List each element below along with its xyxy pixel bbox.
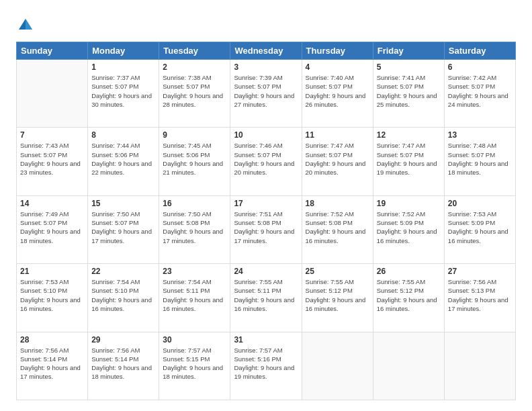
calendar-cell: 3Sunrise: 7:39 AM Sunset: 5:07 PM Daylig… — [230, 60, 302, 128]
weekday-header-thursday: Thursday — [302, 42, 373, 60]
day-number: 23 — [163, 267, 226, 276]
day-info: Sunrise: 7:40 AM Sunset: 5:07 PM Dayligh… — [306, 73, 369, 109]
weekday-header-saturday: Saturday — [444, 42, 515, 60]
day-info: Sunrise: 7:55 AM Sunset: 5:12 PM Dayligh… — [306, 277, 369, 313]
day-info: Sunrise: 7:53 AM Sunset: 5:10 PM Dayligh… — [20, 277, 84, 313]
day-number: 28 — [20, 335, 84, 345]
calendar-week-row: 28Sunrise: 7:56 AM Sunset: 5:14 PM Dayli… — [17, 332, 516, 400]
day-number: 20 — [448, 199, 512, 208]
calendar-cell: 8Sunrise: 7:44 AM Sunset: 5:06 PM Daylig… — [88, 128, 159, 195]
calendar-cell: 18Sunrise: 7:52 AM Sunset: 5:08 PM Dayli… — [302, 195, 373, 263]
day-info: Sunrise: 7:56 AM Sunset: 5:13 PM Dayligh… — [448, 277, 512, 313]
calendar-cell: 20Sunrise: 7:53 AM Sunset: 5:09 PM Dayli… — [444, 195, 515, 263]
calendar-cell: 11Sunrise: 7:47 AM Sunset: 5:07 PM Dayli… — [302, 128, 373, 195]
calendar-cell: 9Sunrise: 7:45 AM Sunset: 5:06 PM Daylig… — [159, 128, 230, 195]
calendar-cell: 13Sunrise: 7:48 AM Sunset: 5:07 PM Dayli… — [444, 128, 515, 195]
day-number: 1 — [91, 62, 155, 72]
calendar-cell: 5Sunrise: 7:41 AM Sunset: 5:07 PM Daylig… — [373, 60, 444, 128]
day-info: Sunrise: 7:49 AM Sunset: 5:07 PM Dayligh… — [20, 210, 84, 245]
day-number: 18 — [306, 199, 369, 208]
day-number: 30 — [163, 335, 226, 345]
calendar-page: SundayMondayTuesdayWednesdayThursdayFrid… — [0, 0, 532, 411]
day-info: Sunrise: 7:51 AM Sunset: 5:08 PM Dayligh… — [234, 210, 298, 245]
calendar-cell: 30Sunrise: 7:57 AM Sunset: 5:15 PM Dayli… — [159, 332, 230, 400]
day-info: Sunrise: 7:57 AM Sunset: 5:15 PM Dayligh… — [163, 346, 226, 381]
day-number: 12 — [377, 130, 441, 140]
weekday-header-wednesday: Wednesday — [230, 42, 302, 60]
calendar-cell — [302, 332, 373, 400]
day-number: 22 — [91, 267, 155, 276]
day-info: Sunrise: 7:50 AM Sunset: 5:07 PM Dayligh… — [91, 210, 155, 245]
day-number: 14 — [20, 199, 84, 208]
svg-marker-1 — [26, 19, 32, 30]
calendar-table: SundayMondayTuesdayWednesdayThursdayFrid… — [16, 42, 516, 400]
weekday-header-tuesday: Tuesday — [159, 42, 230, 60]
day-number: 9 — [163, 130, 226, 140]
calendar-cell: 19Sunrise: 7:52 AM Sunset: 5:09 PM Dayli… — [373, 195, 444, 263]
day-number: 31 — [234, 335, 298, 345]
calendar-cell: 26Sunrise: 7:55 AM Sunset: 5:12 PM Dayli… — [373, 264, 444, 332]
day-info: Sunrise: 7:56 AM Sunset: 5:14 PM Dayligh… — [91, 346, 155, 381]
calendar-cell: 23Sunrise: 7:54 AM Sunset: 5:11 PM Dayli… — [159, 264, 230, 332]
day-number: 29 — [91, 335, 155, 345]
day-info: Sunrise: 7:53 AM Sunset: 5:09 PM Dayligh… — [448, 210, 512, 245]
calendar-cell: 14Sunrise: 7:49 AM Sunset: 5:07 PM Dayli… — [17, 195, 88, 263]
day-number: 15 — [91, 199, 155, 208]
calendar-cell: 4Sunrise: 7:40 AM Sunset: 5:07 PM Daylig… — [302, 60, 373, 128]
calendar-cell: 24Sunrise: 7:55 AM Sunset: 5:11 PM Dayli… — [230, 264, 302, 332]
weekday-header-friday: Friday — [373, 42, 444, 60]
day-number: 5 — [377, 62, 441, 72]
calendar-week-row: 7Sunrise: 7:43 AM Sunset: 5:07 PM Daylig… — [17, 128, 516, 195]
day-number: 3 — [234, 62, 298, 72]
calendar-cell: 31Sunrise: 7:57 AM Sunset: 5:16 PM Dayli… — [230, 332, 302, 400]
day-number: 17 — [234, 199, 298, 208]
calendar-cell: 12Sunrise: 7:47 AM Sunset: 5:07 PM Dayli… — [373, 128, 444, 195]
weekday-header-row: SundayMondayTuesdayWednesdayThursdayFrid… — [17, 42, 516, 60]
day-info: Sunrise: 7:41 AM Sunset: 5:07 PM Dayligh… — [377, 73, 441, 109]
day-info: Sunrise: 7:52 AM Sunset: 5:08 PM Dayligh… — [306, 210, 369, 245]
calendar-week-row: 21Sunrise: 7:53 AM Sunset: 5:10 PM Dayli… — [17, 264, 516, 332]
day-info: Sunrise: 7:54 AM Sunset: 5:10 PM Dayligh… — [91, 277, 155, 313]
day-info: Sunrise: 7:48 AM Sunset: 5:07 PM Dayligh… — [448, 141, 512, 177]
calendar-cell: 15Sunrise: 7:50 AM Sunset: 5:07 PM Dayli… — [88, 195, 159, 263]
day-number: 24 — [234, 267, 298, 276]
day-info: Sunrise: 7:47 AM Sunset: 5:07 PM Dayligh… — [306, 141, 369, 177]
header — [16, 13, 516, 35]
day-number: 10 — [234, 130, 298, 140]
day-number: 19 — [377, 199, 441, 208]
calendar-cell: 16Sunrise: 7:50 AM Sunset: 5:08 PM Dayli… — [159, 195, 230, 263]
day-info: Sunrise: 7:43 AM Sunset: 5:07 PM Dayligh… — [20, 141, 84, 177]
calendar-cell: 17Sunrise: 7:51 AM Sunset: 5:08 PM Dayli… — [230, 195, 302, 263]
day-info: Sunrise: 7:38 AM Sunset: 5:07 PM Dayligh… — [163, 73, 226, 109]
calendar-cell: 2Sunrise: 7:38 AM Sunset: 5:07 PM Daylig… — [159, 60, 230, 128]
calendar-cell: 22Sunrise: 7:54 AM Sunset: 5:10 PM Dayli… — [88, 264, 159, 332]
day-info: Sunrise: 7:37 AM Sunset: 5:07 PM Dayligh… — [91, 73, 155, 109]
day-info: Sunrise: 7:50 AM Sunset: 5:08 PM Dayligh… — [163, 210, 226, 245]
day-number: 21 — [20, 267, 84, 276]
day-number: 6 — [448, 62, 512, 72]
weekday-header-monday: Monday — [88, 42, 159, 60]
logo — [16, 16, 38, 35]
day-info: Sunrise: 7:44 AM Sunset: 5:06 PM Dayligh… — [91, 141, 155, 177]
day-info: Sunrise: 7:57 AM Sunset: 5:16 PM Dayligh… — [234, 346, 298, 381]
day-info: Sunrise: 7:39 AM Sunset: 5:07 PM Dayligh… — [234, 73, 298, 109]
calendar-cell: 27Sunrise: 7:56 AM Sunset: 5:13 PM Dayli… — [444, 264, 515, 332]
day-number: 26 — [377, 267, 441, 276]
calendar-week-row: 14Sunrise: 7:49 AM Sunset: 5:07 PM Dayli… — [17, 195, 516, 263]
day-number: 8 — [91, 130, 155, 140]
day-number: 27 — [448, 267, 512, 276]
day-info: Sunrise: 7:55 AM Sunset: 5:11 PM Dayligh… — [234, 277, 298, 313]
calendar-cell: 29Sunrise: 7:56 AM Sunset: 5:14 PM Dayli… — [88, 332, 159, 400]
day-number: 16 — [163, 199, 226, 208]
day-number: 25 — [306, 267, 369, 276]
calendar-cell: 28Sunrise: 7:56 AM Sunset: 5:14 PM Dayli… — [17, 332, 88, 400]
calendar-cell: 21Sunrise: 7:53 AM Sunset: 5:10 PM Dayli… — [17, 264, 88, 332]
day-number: 7 — [20, 130, 84, 140]
calendar-cell: 1Sunrise: 7:37 AM Sunset: 5:07 PM Daylig… — [88, 60, 159, 128]
day-info: Sunrise: 7:54 AM Sunset: 5:11 PM Dayligh… — [163, 277, 226, 313]
day-number: 11 — [306, 130, 369, 140]
day-info: Sunrise: 7:45 AM Sunset: 5:06 PM Dayligh… — [163, 141, 226, 177]
day-number: 13 — [448, 130, 512, 140]
day-info: Sunrise: 7:46 AM Sunset: 5:07 PM Dayligh… — [234, 141, 298, 177]
day-info: Sunrise: 7:52 AM Sunset: 5:09 PM Dayligh… — [377, 210, 441, 245]
